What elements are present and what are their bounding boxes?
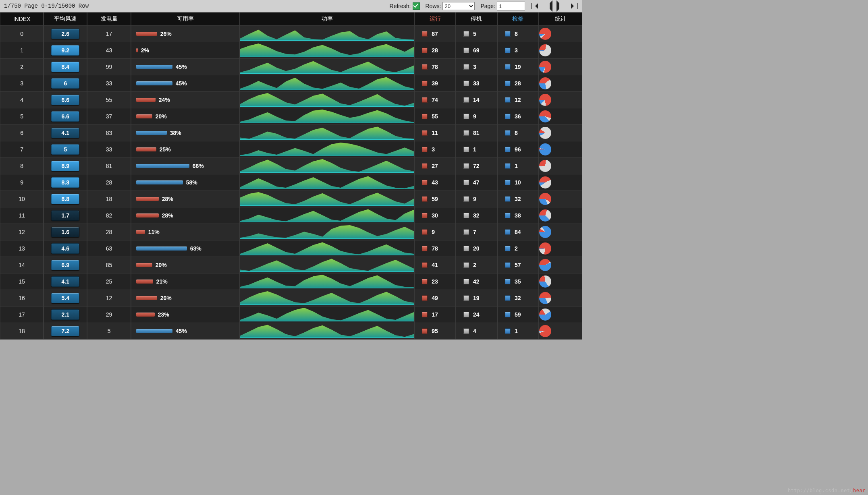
cell-index: 13	[0, 240, 44, 257]
prev-page-icon[interactable]	[541, 0, 552, 12]
maintenance-icon	[505, 130, 511, 136]
table-row[interactable]: 1 9.2 43 2% 28 69 3	[0, 42, 582, 59]
maintenance-icon	[505, 246, 511, 251]
table-row[interactable]: 13 4.6 63 63% 78 20 2	[0, 240, 582, 257]
cell-generation: 81	[87, 158, 131, 174]
cell-index: 2	[0, 59, 44, 75]
pie-chart-icon	[539, 259, 551, 271]
col-statistics[interactable]: 统计	[539, 12, 582, 26]
table-row[interactable]: 2 8.4 99 45% 78 3 19	[0, 59, 582, 75]
table-row[interactable]: 5 6.6 37 20% 55 9 36	[0, 108, 582, 125]
table-row[interactable]: 3 6 33 45% 39 33 28	[0, 75, 582, 92]
cell-power	[240, 75, 414, 92]
cell-generation: 12	[87, 290, 131, 307]
cell-stopped: 20	[456, 240, 497, 257]
running-icon	[422, 130, 428, 136]
availability-value: 66%	[193, 163, 204, 169]
availability-value: 63%	[190, 245, 201, 252]
availability-value: 38%	[170, 130, 181, 136]
cell-statistics	[539, 59, 582, 75]
cell-stopped: 24	[456, 307, 497, 323]
table-row[interactable]: 16 5.4 12 26% 49 19 32	[0, 290, 582, 307]
availability-bar	[136, 263, 152, 267]
next-page-icon[interactable]	[557, 0, 568, 12]
table-row[interactable]: 17 2.1 29 23% 17 24 59	[0, 307, 582, 323]
cell-maintenance: 10	[497, 174, 539, 191]
cell-index: 0	[0, 26, 44, 42]
last-page-icon[interactable]	[572, 3, 578, 9]
col-wind-speed[interactable]: 平均风速	[44, 12, 87, 26]
cell-maintenance: 8	[497, 26, 539, 42]
table-row[interactable]: 10 8.8 18 28% 59 9 32	[0, 191, 582, 207]
table-row[interactable]: 4 6.6 55 24% 74 14 12	[0, 92, 582, 108]
availability-bar	[136, 81, 172, 85]
availability-value: 28%	[162, 196, 173, 202]
cell-stopped: 9	[456, 108, 497, 125]
page-input[interactable]	[497, 2, 525, 10]
table-row[interactable]: 7 5 33 25% 3 1 96	[0, 141, 582, 158]
cell-availability: 25%	[131, 141, 240, 158]
col-generation[interactable]: 发电量	[87, 12, 131, 26]
svg-marker-18	[240, 176, 414, 189]
cell-running: 3	[414, 141, 456, 158]
cell-index: 9	[0, 174, 44, 191]
cell-wind-speed: 4.1	[44, 273, 87, 290]
running-icon	[422, 229, 428, 235]
svg-marker-28	[240, 259, 414, 272]
rows-select[interactable]: 20	[442, 2, 475, 10]
first-page-icon[interactable]	[531, 3, 537, 9]
cell-wind-speed: 8.4	[44, 59, 87, 75]
wind-speed-pill: 7.2	[51, 326, 79, 336]
wind-speed-pill: 6.6	[51, 95, 79, 105]
maintenance-icon	[505, 295, 511, 301]
table-row[interactable]: 11 1.7 82 28% 30 32 38	[0, 207, 582, 224]
pie-chart-icon	[539, 242, 551, 255]
cell-wind-speed: 6.6	[44, 108, 87, 125]
cell-index: 15	[0, 273, 44, 290]
table-row[interactable]: 14 6.9 85 20% 41 2 57	[0, 257, 582, 273]
col-index[interactable]: INDEX	[0, 12, 44, 26]
cell-generation: 63	[87, 240, 131, 257]
table-row[interactable]: 15 4.1 25 21% 23 42 35	[0, 273, 582, 290]
cell-running: 43	[414, 174, 456, 191]
table-header-row: INDEX 平均风速 发电量 可用率 功率 运行 停机 检修 统计	[0, 12, 582, 26]
pie-chart-icon	[539, 176, 551, 188]
table-row[interactable]: 6 4.1 83 38% 11 81 8	[0, 125, 582, 141]
table-row[interactable]: 12 1.6 28 11% 9 7 84	[0, 224, 582, 240]
cell-availability: 20%	[131, 108, 240, 125]
cell-availability: 66%	[131, 158, 240, 174]
col-power[interactable]: 功率	[240, 12, 414, 26]
cell-generation: 28	[87, 174, 131, 191]
cell-running: 23	[414, 273, 456, 290]
col-stopped[interactable]: 停机	[456, 12, 497, 26]
cell-maintenance: 32	[497, 191, 539, 207]
wind-speed-pill: 4.1	[51, 128, 79, 138]
cell-power	[240, 92, 414, 108]
table-row[interactable]: 8 8.9 81 66% 27 72 1	[0, 158, 582, 174]
col-maintenance[interactable]: 检修	[497, 12, 539, 26]
maintenance-icon	[505, 97, 511, 103]
table-row[interactable]: 0 2.6 17 26% 87 5 8	[0, 26, 582, 42]
availability-value: 24%	[159, 97, 170, 103]
cell-maintenance: 12	[497, 92, 539, 108]
cell-maintenance: 35	[497, 273, 539, 290]
toolbar: 1/750 Page 0-19/15000 Row Refresh: Rows:…	[0, 0, 582, 12]
maintenance-icon	[505, 229, 511, 235]
table-row[interactable]: 9 8.3 28 58% 43 47 10	[0, 174, 582, 191]
cell-generation: 28	[87, 224, 131, 240]
availability-bar	[136, 147, 156, 151]
availability-bar	[136, 296, 157, 300]
wind-speed-pill: 2.6	[51, 29, 79, 39]
rows-label: Rows:	[426, 3, 441, 9]
cell-statistics	[539, 207, 582, 224]
cell-index: 8	[0, 158, 44, 174]
cell-running: 39	[414, 75, 456, 92]
cell-generation: 82	[87, 207, 131, 224]
col-availability[interactable]: 可用率	[131, 12, 240, 26]
refresh-label: Refresh:	[390, 3, 411, 9]
refresh-checkbox[interactable]	[413, 2, 420, 10]
cell-statistics	[539, 75, 582, 92]
table-row[interactable]: 18 7.2 5 45% 95 4 1	[0, 323, 582, 340]
col-running[interactable]: 运行	[414, 12, 456, 26]
running-icon	[422, 213, 428, 218]
